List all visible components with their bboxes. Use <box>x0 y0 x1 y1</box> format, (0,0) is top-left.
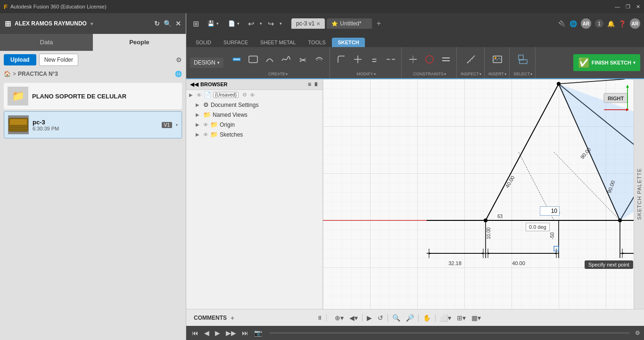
toolbar: ⊞ 💾 ▾ 📄 ▾ ↩ ▾ ↪ ▾ pc-3 v1 <box>186 13 644 79</box>
maximize-button[interactable]: ❐ <box>626 4 630 10</box>
pan-icon[interactable]: ◀▾ <box>348 313 359 323</box>
equal-constraint-button[interactable] <box>438 53 454 68</box>
comments-toggle-icon[interactable]: ⏸ <box>317 315 322 321</box>
design-dropdown[interactable]: DESIGN ▾ <box>190 57 223 68</box>
file-item-pc3[interactable]: pc-3 6:30:39 PM V1 ▾ <box>4 111 182 138</box>
offset-tool-button[interactable] <box>312 53 327 68</box>
sketch-palette-panel[interactable]: SKETCH PALETTE <box>634 79 644 309</box>
zoom-fit-icon[interactable]: 🔍 <box>391 313 402 323</box>
constraints-group-dropdown[interactable]: CONSTRAINTS ▾ <box>413 72 446 76</box>
timeline-settings-icon[interactable]: ⚙ <box>635 330 640 336</box>
break-tool-button[interactable] <box>383 53 398 68</box>
create-group-dropdown[interactable]: CREATE ▾ <box>268 72 288 76</box>
inspect-group-dropdown[interactable]: INSPECT ▾ <box>461 72 481 76</box>
new-tab-button[interactable]: + <box>374 19 384 28</box>
browser-collapse-icon[interactable]: ◀◀ <box>190 81 198 88</box>
pan-hand-icon[interactable]: ✋ <box>421 313 432 323</box>
refresh-icon[interactable]: ↻ <box>154 20 160 27</box>
timeline-btn-fwd[interactable]: ▶▶ <box>224 328 238 338</box>
minimize-button[interactable]: — <box>615 4 620 10</box>
close-panel-icon[interactable]: ✕ <box>175 20 181 27</box>
coincident-constraint-button[interactable] <box>405 53 421 68</box>
help-online-icon[interactable]: 🌐 <box>570 20 577 27</box>
ribbon-tab-surface[interactable]: SURFACE <box>218 38 254 47</box>
file-menu-button[interactable]: 💾 ▾ <box>204 18 223 29</box>
tab-untitled[interactable]: ⭐ Untitled* ✕ <box>327 18 372 29</box>
axis-cube[interactable]: RIGHT <box>602 84 630 112</box>
extension-icon[interactable]: 🔌 <box>558 20 566 27</box>
tab-pc3v1-close-icon[interactable]: ✕ <box>316 21 320 26</box>
measure-button[interactable] <box>463 53 479 68</box>
tab-pc3v1[interactable]: pc-3 v1 ✕ <box>291 18 325 29</box>
tree-item-named-views[interactable]: ▶ 📁 Named Views <box>186 110 322 120</box>
select-button[interactable] <box>515 53 530 68</box>
close-button[interactable]: ✕ <box>636 4 640 10</box>
tree-item-unsaved[interactable]: ▶ 👁 📄 (Unsaved) ⚙ 👁 <box>186 90 322 100</box>
dimension-input[interactable] <box>540 206 560 216</box>
trim2-tool-button[interactable] <box>350 53 365 68</box>
trim-tool-button[interactable]: ✂ <box>295 54 310 67</box>
tab-people[interactable]: People <box>93 34 186 51</box>
zoom-in-icon[interactable]: 🔎 <box>405 313 415 323</box>
upload-button[interactable]: Upload <box>4 54 36 65</box>
user-chevron-icon[interactable]: ▾ <box>91 21 93 26</box>
circle-constraint-button[interactable] <box>422 53 437 68</box>
nav-control-icon[interactable]: ⊕▾ <box>333 313 345 323</box>
fillet-tool-button[interactable] <box>334 53 349 68</box>
tab-data[interactable]: Data <box>0 34 93 51</box>
tree-item-origin[interactable]: ▶ 👁 📁 Origin <box>186 120 322 130</box>
file-item-folder[interactable]: 📁 PLANO SOPORTE DE CELULAR <box>4 83 182 109</box>
tree-settings-icon[interactable]: ⚙ <box>242 92 247 98</box>
settings-icon[interactable]: ⚙ <box>176 56 182 64</box>
version-arrow-icon[interactable]: ▾ <box>176 123 178 127</box>
timeline-btn-end[interactable]: ⏭ <box>240 328 250 338</box>
timeline-btn-back[interactable]: ◀ <box>202 328 211 338</box>
tab-untitled-close-icon[interactable]: ✕ <box>363 21 367 26</box>
new-folder-button[interactable]: New Folder <box>39 54 78 66</box>
extend-tool-button[interactable]: = <box>367 54 382 67</box>
new-file-button[interactable]: 📄 ▾ <box>224 18 243 29</box>
line-tool-button[interactable] <box>229 53 244 68</box>
browser-menu-icon[interactable]: ≡ <box>308 81 311 88</box>
ribbon-tab-sketch[interactable]: SKETCH <box>332 38 364 47</box>
home-icon[interactable]: 🏠 <box>4 71 11 77</box>
ribbon-tab-tools[interactable]: TOOLS <box>302 38 331 47</box>
ribbon-tab-solid[interactable]: SOLID <box>190 38 217 47</box>
tree-item-doc-settings[interactable]: ▶ ⚙ Document Settings <box>186 100 322 110</box>
main-canvas[interactable]: 40.00 32.18 11.18 50 40.00 90.00 90.00 9… <box>323 79 644 309</box>
timeline-capture-icon[interactable]: 📷 <box>252 328 264 338</box>
undo-dropdown-arrow-icon[interactable]: ▾ <box>257 19 265 28</box>
rewind-icon[interactable]: ↺ <box>376 313 385 323</box>
tree-eye2-icon[interactable]: 👁 <box>203 122 208 128</box>
tree-eye3-icon[interactable]: 👁 <box>203 132 208 138</box>
pc3-name: pc-3 <box>33 119 158 126</box>
spline-tool-button[interactable] <box>279 53 294 68</box>
finish-sketch-button[interactable]: ✅ FINISH SKETCH ▾ <box>573 54 640 71</box>
play-icon[interactable]: ▶ <box>365 313 373 323</box>
notifications-icon[interactable]: 🔔 <box>607 20 615 27</box>
timeline-btn-play[interactable]: ▶ <box>213 328 222 338</box>
apps-icon[interactable]: ⊞ <box>190 17 202 30</box>
modify-group-dropdown[interactable]: MODIFY ▾ <box>357 72 376 76</box>
grid-icon[interactable]: ⊞▾ <box>455 313 467 323</box>
display-mode-icon[interactable]: ⬜▾ <box>438 313 453 323</box>
redo-button[interactable]: ↪ <box>265 17 277 30</box>
tree-item-sketches[interactable]: ▶ 👁 📁 Sketches <box>186 130 322 139</box>
redo-dropdown-arrow-icon[interactable]: ▾ <box>277 19 285 28</box>
insert-image-button[interactable] <box>490 53 505 68</box>
help-icon[interactable]: ❓ <box>619 20 626 27</box>
browser-toggle-icon[interactable]: ⏸ <box>313 81 319 88</box>
tree-eye-icon[interactable]: 👁 <box>197 92 202 98</box>
comments-add-icon[interactable]: + <box>231 314 234 322</box>
undo-button[interactable]: ↩ <box>245 17 257 30</box>
search-icon[interactable]: 🔍 <box>164 20 172 27</box>
insert-group-dropdown[interactable]: INSERT ▾ <box>488 72 506 76</box>
rect-tool-button[interactable] <box>246 53 261 68</box>
user-initials[interactable]: AR <box>630 18 640 29</box>
arc-tool-button[interactable] <box>262 53 277 68</box>
breadcrumb-current[interactable]: PRACTICA N°3 <box>18 71 58 77</box>
view-settings-icon[interactable]: ▦▾ <box>470 313 482 323</box>
select-group-dropdown[interactable]: SELECT ▾ <box>513 72 532 76</box>
ribbon-tab-sheet-metal[interactable]: SHEET METAL <box>255 38 301 47</box>
timeline-btn-start[interactable]: ⏮ <box>190 328 200 338</box>
